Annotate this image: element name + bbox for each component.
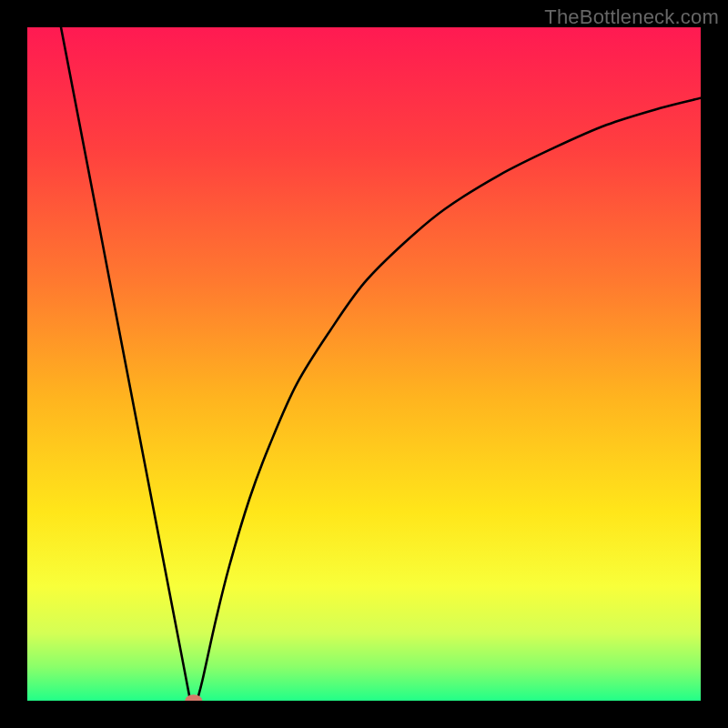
bottleneck-curve-right bbox=[197, 98, 701, 701]
minimum-marker bbox=[185, 694, 202, 701]
chart-frame: TheBottleneck.com bbox=[0, 0, 728, 728]
curve-layer bbox=[27, 27, 701, 701]
plot-area bbox=[27, 27, 701, 701]
attribution-text: TheBottleneck.com bbox=[544, 5, 719, 29]
bottleneck-curve-left bbox=[61, 27, 190, 701]
